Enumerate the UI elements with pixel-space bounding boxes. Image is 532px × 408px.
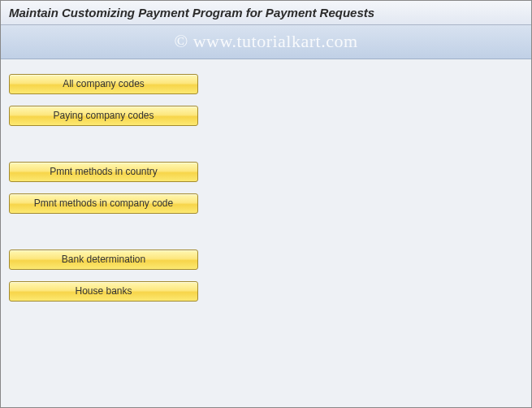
- title-bar: Maintain Customizing Payment Program for…: [1, 1, 531, 25]
- page-title: Maintain Customizing Payment Program for…: [9, 6, 374, 20]
- toolbar-strip: [1, 25, 531, 59]
- content-area: All company codes Paying company codes P…: [1, 59, 531, 328]
- all-company-codes-button[interactable]: All company codes: [9, 74, 198, 94]
- house-banks-button[interactable]: House banks: [9, 281, 198, 302]
- pmnt-methods-company-code-button[interactable]: Pmnt methods in company code: [9, 193, 198, 214]
- bank-determination-button[interactable]: Bank determination: [9, 250, 198, 270]
- paying-company-codes-button[interactable]: Paying company codes: [9, 106, 198, 126]
- pmnt-methods-country-button[interactable]: Pmnt methods in country: [9, 162, 198, 182]
